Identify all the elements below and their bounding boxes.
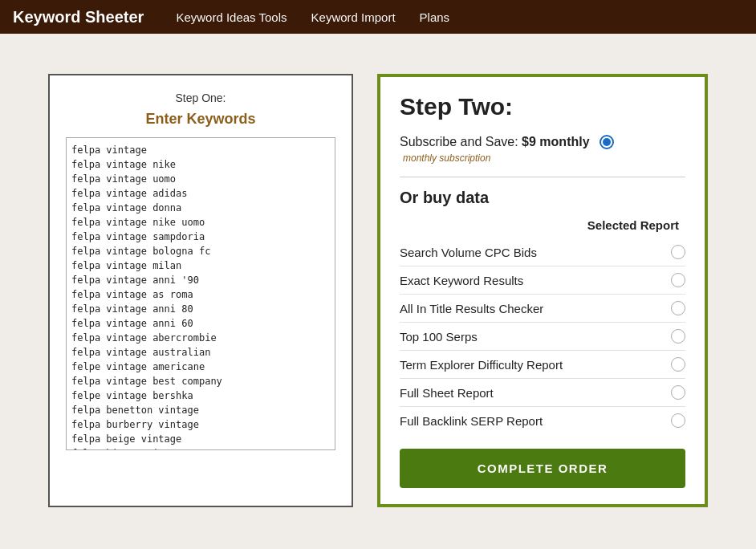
report-radio-0[interactable] [671, 245, 685, 259]
report-radio-2[interactable] [671, 301, 685, 315]
nav-links: Keyword Ideas Tools Keyword Import Plans [176, 10, 449, 24]
nav-keyword-import[interactable]: Keyword Import [311, 10, 396, 24]
brand-logo: Keyword Sheeter [13, 8, 144, 26]
report-row: Search Volume CPC Bids [400, 238, 685, 266]
report-radio-4[interactable] [671, 357, 685, 372]
report-label: All In Title Results Checker [400, 302, 543, 315]
report-label: Full Sheet Report [400, 386, 494, 400]
subscribe-row: Subscribe and Save: $9 monthly [400, 135, 685, 149]
report-row: Exact Keyword Results [400, 266, 685, 295]
divider [400, 177, 685, 177]
subscribe-radio[interactable] [600, 135, 614, 149]
main-content: Step One: Enter Keywords Step Two: Subsc… [0, 34, 756, 531]
subscribe-price: $9 monthly [522, 135, 589, 148]
enter-keywords-title: Enter Keywords [66, 111, 335, 128]
report-radio-1[interactable] [671, 273, 685, 287]
step-two-title: Step Two: [400, 93, 685, 120]
step-one-label: Step One: [66, 92, 335, 104]
left-panel: Step One: Enter Keywords [48, 74, 353, 507]
report-row: All In Title Results Checker [400, 295, 685, 323]
report-row: Top 100 Serps [400, 323, 685, 351]
selected-report-header: Selected Report [400, 218, 685, 232]
report-row: Full Sheet Report [400, 379, 685, 407]
report-label: Term Explorer Difficulty Report [400, 358, 563, 372]
complete-order-button[interactable]: COMPLETE ORDER [400, 449, 685, 488]
keywords-textarea[interactable] [66, 137, 335, 450]
report-radio-6[interactable] [671, 413, 685, 428]
report-label: Full Backlink SERP Report [400, 414, 543, 428]
report-label: Search Volume CPC Bids [400, 246, 537, 259]
right-panel: Step Two: Subscribe and Save: $9 monthly… [377, 74, 708, 507]
nav-keyword-ideas[interactable]: Keyword Ideas Tools [176, 10, 287, 24]
report-radio-5[interactable] [671, 385, 685, 400]
subscribe-label: Subscribe and Save: [400, 135, 518, 148]
monthly-note: monthly subscription [403, 152, 685, 164]
report-row: Term Explorer Difficulty Report [400, 351, 685, 379]
subscribe-text: Subscribe and Save: $9 monthly [400, 135, 590, 149]
or-buy-title: Or buy data [400, 189, 685, 207]
report-radio-3[interactable] [671, 329, 685, 344]
report-label: Top 100 Serps [400, 330, 478, 344]
reports-list: Search Volume CPC BidsExact Keyword Resu… [400, 238, 685, 434]
report-label: Exact Keyword Results [400, 274, 523, 287]
navbar: Keyword Sheeter Keyword Ideas Tools Keyw… [0, 0, 756, 34]
nav-plans[interactable]: Plans [420, 10, 450, 24]
report-row: Full Backlink SERP Report [400, 407, 685, 434]
